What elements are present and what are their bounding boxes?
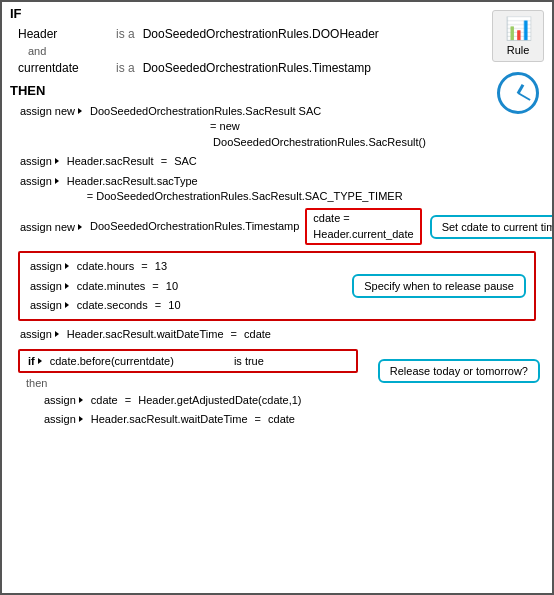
if-condition-left: cdate.before(currentdate): [50, 355, 174, 367]
assign-new-timestamp-label: assign new: [20, 221, 75, 233]
condition-row-currentdate: currentdate is a DooSeededOrchestrationR…: [10, 59, 544, 77]
assign-waitdatetime-content: Header.sacResult.waitDateTime = cdate: [67, 327, 271, 342]
assign-cdate-minutes-btn[interactable]: assign: [28, 279, 71, 293]
if-condition-content: cdate.before(currentdate) is true: [50, 355, 264, 367]
assign-new-sacresult-label: assign new: [20, 105, 75, 117]
stmt-assign-sactype: assign Header.sacResult.sacType = DooSee…: [10, 172, 544, 207]
assign-cdate-minutes-content: cdate.minutes = 10: [77, 279, 178, 294]
if-btn[interactable]: if: [28, 355, 42, 367]
stmt-cdate-hours: assign cdate.hours = 13: [28, 257, 336, 276]
assign-sacresult-arrow: [55, 158, 59, 164]
assign-sub-waitdatetime-arrow: [79, 416, 83, 422]
if-btn-arrow: [38, 358, 42, 364]
if-condition-box: if cdate.before(currentdate) is true: [18, 349, 358, 373]
assign-sub-waitdatetime-btn[interactable]: assign: [42, 412, 85, 426]
assign-sactype-arrow: [55, 178, 59, 184]
callout-set-cdate: Set cdate to current time: [430, 215, 554, 239]
rule-icon-label: Rule: [507, 44, 530, 56]
and-label: and: [10, 45, 544, 57]
assign-sactype-btn[interactable]: assign: [18, 174, 61, 188]
assign-waitdatetime-label: assign: [20, 328, 52, 340]
assign-cdate-hours-btn[interactable]: assign: [28, 259, 71, 273]
assign-cdate-seconds-label: assign: [30, 299, 62, 311]
stmt-sub-assign-cdate: assign cdate = Header.getAdjustedDate(cd…: [34, 391, 366, 410]
if-block: if cdate.before(currentdate) is true the…: [10, 349, 366, 430]
condition-header-type: DooSeededOrchestrationRules.DOOHeader: [143, 27, 379, 41]
red-box-callout-area: Specify when to release pause: [336, 257, 526, 315]
assign-cdate-seconds-content: cdate.seconds = 10: [77, 298, 181, 313]
assign-cdate-minutes-label: assign: [30, 280, 62, 292]
assign-new-timestamp-content: DooSeededOrchestrationRules.Timestamp cd…: [90, 208, 422, 245]
if-label: IF: [10, 6, 544, 21]
if-condition-row: if cdate.before(currentdate) is true: [28, 355, 348, 367]
rule-icon-img: 📊: [505, 16, 532, 42]
assign-sub-waitdatetime-content: Header.sacResult.waitDateTime = cdate: [91, 412, 295, 427]
assign-cdate-minutes-arrow: [65, 283, 69, 289]
callout-release-today-tomorrow: Release today or tomorrow?: [378, 359, 540, 383]
stmt-sub-assign-waitdatetime: assign Header.sacResult.waitDateTime = c…: [34, 410, 366, 429]
assign-waitdatetime-arrow: [55, 331, 59, 337]
assign-sacresult-btn[interactable]: assign: [18, 154, 61, 168]
stmt-assign-new-sacresult: assign new DooSeededOrchestrationRules.S…: [10, 102, 544, 152]
clock-icon: [497, 72, 539, 114]
clock-hand-minute: [518, 92, 531, 101]
condition-row-header: Header is a DooSeededOrchestrationRules.…: [10, 25, 544, 43]
rule-icon: 📊 Rule: [492, 10, 544, 62]
release-callout-area: Release today or tomorrow?: [366, 359, 540, 383]
condition-currentdate-connector: is a: [116, 61, 135, 75]
red-box-time-settings: assign cdate.hours = 13 assign cdate.min…: [18, 251, 536, 321]
main-container: 📊 Rule IF Header is a DooSeededOrchestra…: [2, 2, 552, 433]
condition-header-connector: is a: [116, 27, 135, 41]
assign-new-sacresult-btn[interactable]: assign new: [18, 104, 84, 118]
assign-sub-cdate-arrow: [79, 397, 83, 403]
stmt-assign-waitdatetime: assign Header.sacResult.waitDateTime = c…: [10, 325, 544, 344]
assign-sub-waitdatetime-label: assign: [44, 413, 76, 425]
assign-sactype-label: assign: [20, 175, 52, 187]
condition-currentdate-type: DooSeededOrchestrationRules.Timestamp: [143, 61, 371, 75]
assign-cdate-hours-arrow: [65, 263, 69, 269]
then-label: THEN: [10, 83, 544, 98]
assign-sacresult-label: assign: [20, 155, 52, 167]
assign-sub-cdate-content: cdate = Header.getAdjustedDate(cdate,1): [91, 393, 302, 408]
stmt-assign-new-timestamp: assign new DooSeededOrchestrationRules.T…: [10, 206, 422, 247]
assign-new-timestamp-arrow: [78, 224, 82, 230]
assign-sub-cdate-btn[interactable]: assign: [42, 393, 85, 407]
condition-header-name: Header: [18, 27, 108, 41]
cdate-highlight: cdate = Header.current_date: [305, 208, 421, 245]
then-sub-label: then: [26, 377, 366, 389]
assign-cdate-hours-content: cdate.hours = 13: [77, 259, 167, 274]
assign-new-timestamp-btn[interactable]: assign new: [18, 220, 84, 234]
assign-sactype-content: Header.sacResult.sacType = DooSeededOrch…: [67, 174, 403, 205]
assign-cdate-seconds-btn[interactable]: assign: [28, 298, 71, 312]
stmt-assign-new-timestamp-row: assign new DooSeededOrchestrationRules.T…: [10, 206, 544, 247]
if-btn-label: if: [28, 355, 35, 367]
assign-cdate-seconds-arrow: [65, 302, 69, 308]
assign-waitdatetime-btn[interactable]: assign: [18, 327, 61, 341]
assign-cdate-hours-label: assign: [30, 260, 62, 272]
red-box-content: assign cdate.hours = 13 assign cdate.min…: [28, 257, 336, 315]
stmt-cdate-seconds: assign cdate.seconds = 10: [28, 296, 336, 315]
assign-sub-cdate-label: assign: [44, 394, 76, 406]
callout-specify-release: Specify when to release pause: [352, 274, 526, 298]
condition-currentdate-name: currentdate: [18, 61, 108, 75]
assign-new-sacresult-content: DooSeededOrchestrationRules.SacResult SA…: [90, 104, 426, 150]
icon-area: 📊 Rule: [492, 10, 544, 114]
stmt-cdate-minutes: assign cdate.minutes = 10: [28, 277, 336, 296]
stmt-assign-sacresult: assign Header.sacResult = SAC: [10, 152, 544, 171]
if-condition-right: is true: [234, 355, 264, 367]
assign-new-sacresult-arrow: [78, 108, 82, 114]
assign-sacresult-content: Header.sacResult = SAC: [67, 154, 197, 169]
if-block-container: if cdate.before(currentdate) is true the…: [10, 349, 544, 430]
